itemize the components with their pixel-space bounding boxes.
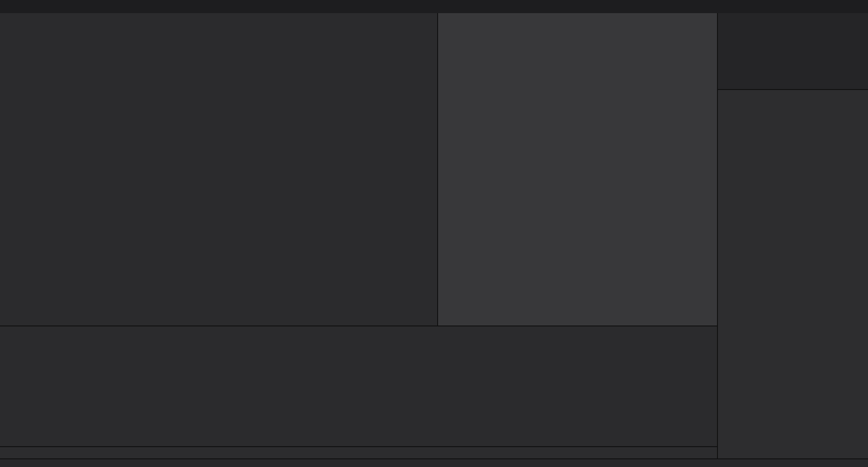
dope-sheet bbox=[0, 326, 717, 446]
graph-editor bbox=[0, 13, 437, 325]
status-bar bbox=[0, 459, 868, 467]
outliner bbox=[718, 13, 868, 89]
3d-viewport bbox=[438, 13, 717, 325]
timeline-footer bbox=[0, 447, 717, 458]
blender-window bbox=[0, 0, 868, 467]
properties-editor bbox=[718, 90, 868, 458]
topbar bbox=[0, 0, 868, 13]
